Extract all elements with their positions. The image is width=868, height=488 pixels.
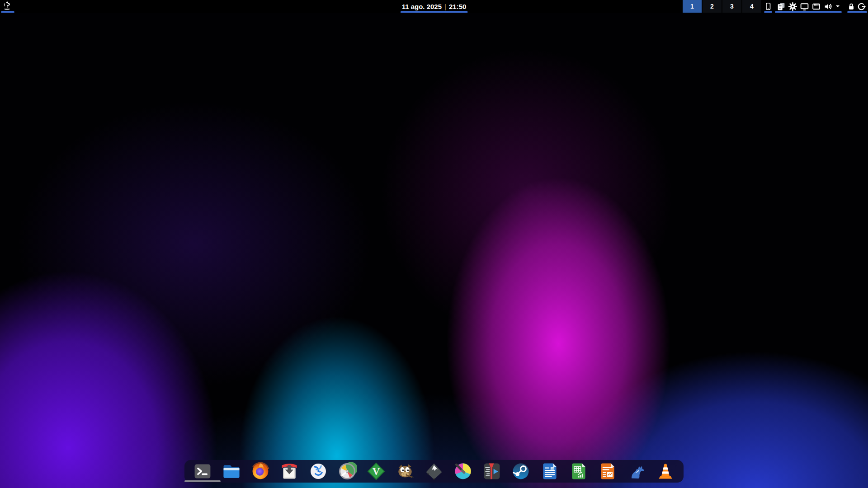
vlc-icon	[656, 461, 675, 481]
dock-item-blue-wolf-app[interactable]	[627, 461, 646, 481]
running-indicator	[184, 480, 221, 482]
bar-right-cluster: 1 2 3 4	[682, 0, 867, 13]
tray-underline	[764, 11, 772, 13]
tray-group-phone	[764, 0, 772, 13]
network-port-icon[interactable]	[810, 1, 822, 12]
clipboard-icon[interactable]	[775, 1, 787, 12]
dock-item-lo-calc[interactable]	[569, 461, 589, 481]
volume-icon[interactable]	[822, 1, 834, 12]
tray-group-session	[847, 0, 867, 13]
installer-icon	[279, 461, 299, 481]
logout-icon[interactable]	[855, 1, 867, 12]
libreoffice-writer-icon	[540, 461, 560, 481]
clock-time: 21:50	[449, 3, 466, 10]
settings-gear-icon[interactable]	[787, 1, 798, 12]
dock-item-firefox[interactable]	[250, 461, 270, 481]
blue-dragon-icon	[308, 461, 328, 481]
clock-widget[interactable]: 11 ago. 2025 | 21:50	[401, 0, 468, 13]
desktop-wallpaper	[0, 0, 868, 488]
workspace-button-4[interactable]: 4	[742, 0, 761, 13]
tray-group-system	[775, 0, 842, 13]
launcher-underline	[1, 11, 14, 13]
krita-icon	[453, 461, 473, 481]
dock-item-file-manager[interactable]	[222, 461, 241, 481]
vim-icon: V	[366, 461, 386, 481]
dock-item-gimp[interactable]	[395, 461, 415, 481]
dock-item-installer[interactable]	[279, 461, 299, 481]
smartphone-icon[interactable]	[764, 1, 772, 12]
dock-item-vlc[interactable]	[656, 461, 675, 481]
dock-item-terminal[interactable]	[193, 461, 212, 481]
display-icon[interactable]	[798, 1, 810, 12]
clock-separator: |	[444, 3, 446, 10]
lock-icon[interactable]	[847, 1, 855, 12]
workspace-switcher: 1 2 3 4	[682, 0, 761, 13]
kdenlive-icon	[482, 461, 502, 481]
dock-item-steam[interactable]	[511, 461, 531, 481]
chevron-down-icon[interactable]	[834, 1, 842, 12]
firefox-icon	[250, 461, 270, 481]
steam-icon	[511, 461, 531, 481]
launcher-dots-icon	[2, 0, 13, 11]
dock-item-inkscape[interactable]	[424, 461, 444, 481]
libreoffice-impress-icon	[598, 461, 618, 481]
dock-item-lo-impress[interactable]	[598, 461, 618, 481]
clock-date: 11 ago. 2025	[402, 3, 442, 10]
gimp-icon	[395, 461, 415, 481]
blue-wolf-icon	[627, 461, 646, 481]
disk-usage-analyzer-icon	[337, 461, 357, 481]
libreoffice-calc-icon	[569, 461, 589, 481]
workspace-button-2[interactable]: 2	[703, 0, 722, 13]
folder-icon	[222, 461, 241, 481]
dock: V	[184, 460, 684, 483]
dock-item-kdenlive[interactable]	[482, 461, 502, 481]
inkscape-icon	[424, 461, 444, 481]
workspace-button-1[interactable]: 1	[683, 0, 702, 13]
dock-item-krita[interactable]	[453, 461, 473, 481]
svg-text:V: V	[373, 466, 380, 477]
dock-item-lo-writer[interactable]	[540, 461, 560, 481]
dock-item-disk-usage[interactable]	[337, 461, 357, 481]
tray-underline	[847, 11, 867, 13]
dock-item-vim[interactable]: V	[366, 461, 386, 481]
dock-item-blue-emblem-app[interactable]	[308, 461, 328, 481]
tray-underline	[775, 11, 842, 13]
clock-underline	[401, 11, 468, 13]
app-launcher[interactable]	[1, 0, 15, 13]
workspace-button-3[interactable]: 3	[722, 0, 741, 13]
terminal-icon	[193, 461, 212, 481]
top-bar: 11 ago. 2025 | 21:50 1 2 3 4	[0, 0, 868, 13]
